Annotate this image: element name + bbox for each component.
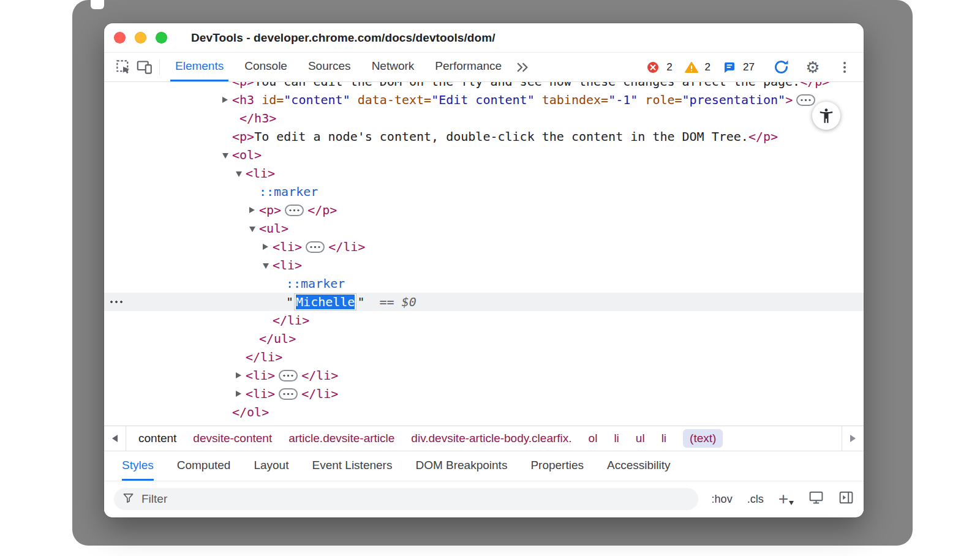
toolbar-divider <box>159 59 160 75</box>
tab-sources[interactable]: Sources <box>303 53 356 81</box>
expand-ellipsis-button[interactable] <box>279 370 298 381</box>
settings-gear-icon[interactable]: ⚙ <box>802 57 823 78</box>
dom-tree-row[interactable]: <li> <box>104 256 864 274</box>
code-tag: </ul> <box>259 331 296 346</box>
code-tag: </h3> <box>232 111 276 126</box>
twisty-down-icon[interactable] <box>222 152 232 159</box>
dom-tree-row[interactable]: ::marker <box>104 274 864 293</box>
dom-tree-row[interactable]: <li></li> <box>104 238 864 256</box>
expand-ellipsis-button[interactable] <box>279 388 298 400</box>
panel-tab-styles[interactable]: Styles <box>122 451 154 481</box>
panel-tab-computed[interactable]: Computed <box>177 451 231 481</box>
dom-tree-row[interactable]: <p>To edit a node's content, double-clic… <box>104 127 864 146</box>
twisty-right-icon[interactable] <box>249 207 259 213</box>
dom-tree-row[interactable]: <h3 id="attributes" data-text="Edit attr… <box>104 421 864 426</box>
chevron-left-icon[interactable] <box>104 426 126 451</box>
filter-input[interactable] <box>140 492 690 506</box>
code-tag: </p> <box>748 129 778 144</box>
breadcrumb-item[interactable]: content <box>138 432 176 445</box>
expand-ellipsis-button[interactable] <box>796 94 815 106</box>
new-style-rule-button[interactable]: + <box>778 492 794 506</box>
twisty-right-icon[interactable] <box>236 372 246 378</box>
sidebar-toggle-icon[interactable] <box>839 490 854 508</box>
twisty-down-icon[interactable] <box>249 225 259 232</box>
twisty-down-icon[interactable] <box>263 262 273 269</box>
panel-tab-properties[interactable]: Properties <box>530 451 584 481</box>
error-icon[interactable] <box>643 57 663 78</box>
code-tag: <ol> <box>232 148 262 162</box>
kebab-menu-icon[interactable] <box>834 57 855 78</box>
dom-tree-row[interactable]: <li></li> <box>104 385 864 403</box>
dom-tree-row[interactable]: </ul> <box>104 329 864 348</box>
dom-tree-row[interactable]: <h3 id="content" data-text="Edit content… <box>104 91 864 109</box>
code-val: "presentation" <box>682 92 786 107</box>
minimize-window-button[interactable] <box>135 32 146 43</box>
breadcrumb-bar: contentdevsite-contentarticle.devsite-ar… <box>104 426 864 451</box>
twisty-right-icon[interactable] <box>222 97 232 103</box>
code-tag: </ol> <box>232 405 269 419</box>
toggle-element-state-button[interactable]: :hov <box>712 493 733 506</box>
tab-network[interactable]: Network <box>367 53 420 81</box>
dom-tree-row[interactable]: </li> <box>104 348 864 366</box>
panel-tab-dom-breakpoints[interactable]: DOM Breakpoints <box>415 451 507 481</box>
panel-tab-layout[interactable]: Layout <box>254 451 288 481</box>
breadcrumb-item[interactable]: devsite-content <box>193 432 272 445</box>
code-tag: <li> <box>273 258 302 272</box>
device-toolbar-icon[interactable] <box>134 57 154 78</box>
twisty-right-icon[interactable] <box>263 244 273 250</box>
code-tag: > <box>829 423 837 426</box>
devtools-window: DevTools - developer.chrome.com/docs/dev… <box>104 23 864 517</box>
tab-elements[interactable]: Elements <box>170 53 228 81</box>
dom-tree-row[interactable]: ::marker <box>104 182 864 201</box>
twisty-right-icon[interactable] <box>236 391 246 397</box>
code-tag: <h3 <box>232 92 254 107</box>
element-classes-button[interactable]: .cls <box>747 493 764 506</box>
dom-tree-row[interactable]: <ul> <box>104 219 864 238</box>
chevron-right-icon[interactable] <box>842 426 864 451</box>
breadcrumb-item[interactable]: li <box>614 432 619 445</box>
zoom-window-button[interactable] <box>156 32 167 43</box>
breadcrumb-item[interactable]: div.devsite-article-body.clearfix. <box>411 432 571 445</box>
dom-tree-row[interactable]: "Michelle" == $0 <box>104 293 864 311</box>
code-tag: <li> <box>246 386 275 401</box>
dom-tree-row[interactable]: <li> <box>104 164 864 182</box>
breadcrumb-item[interactable]: article.devsite-article <box>288 432 394 445</box>
dom-tree-row[interactable]: <ol> <box>104 146 864 164</box>
code-attr: data-text= <box>372 423 453 426</box>
sync-icon[interactable] <box>771 57 791 78</box>
inline-edit-box[interactable]: Michelle <box>294 293 356 310</box>
twisty-down-icon[interactable] <box>236 170 246 177</box>
accessibility-icon[interactable] <box>812 102 840 130</box>
code-val: "Edit content" <box>431 92 535 107</box>
code-tag: <p> <box>259 203 281 217</box>
panel-tab-event-listeners[interactable]: Event Listeners <box>312 451 392 481</box>
issues-icon[interactable] <box>719 57 740 78</box>
dom-tree-row[interactable]: </ol> <box>104 403 864 421</box>
inspect-icon[interactable] <box>113 57 134 78</box>
code-val: "-1" <box>608 92 638 107</box>
more-panels-icon[interactable] <box>512 57 533 78</box>
panel-tab-accessibility[interactable]: Accessibility <box>607 451 670 481</box>
code-tag: </li> <box>301 386 338 401</box>
dom-tree-row[interactable]: </li> <box>104 311 864 329</box>
tab-console[interactable]: Console <box>239 53 292 81</box>
breadcrumb-item[interactable]: ol <box>589 432 598 445</box>
expand-ellipsis-button[interactable] <box>306 241 325 253</box>
dom-tree-row[interactable]: <li></li> <box>104 366 864 385</box>
breadcrumb-item[interactable]: li <box>662 432 666 445</box>
tab-performance[interactable]: Performance <box>430 53 507 81</box>
styles-filter-bar: :hov .cls + <box>104 481 864 517</box>
filter-field[interactable] <box>114 488 698 510</box>
breadcrumb-item[interactable]: ul <box>636 432 645 445</box>
row-menu-dots-icon[interactable] <box>110 300 124 304</box>
dom-tree-row[interactable]: </h3> <box>104 109 864 127</box>
issues-count: 27 <box>743 61 755 73</box>
breadcrumb-item[interactable]: (text) <box>683 429 723 448</box>
dom-tree-row[interactable]: <p>You can edit the DOM on the fly and s… <box>104 82 864 91</box>
expand-ellipsis-button[interactable] <box>285 205 304 216</box>
chevron-down-icon <box>789 501 794 505</box>
monitor-icon[interactable] <box>809 490 824 508</box>
close-window-button[interactable] <box>114 32 126 43</box>
dom-tree-row[interactable]: <p></p> <box>104 201 864 219</box>
warning-icon[interactable] <box>681 57 702 78</box>
